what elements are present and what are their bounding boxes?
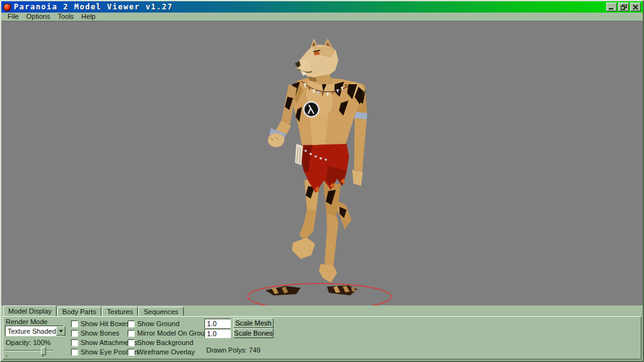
torso bbox=[291, 78, 365, 145]
render-mode-value: Texture Shaded bbox=[6, 327, 56, 335]
tab-body-parts[interactable]: Body Parts bbox=[57, 307, 101, 316]
menu-options[interactable]: Options bbox=[23, 13, 54, 20]
tab-textures[interactable]: Textures bbox=[102, 307, 138, 316]
checkbox-box[interactable] bbox=[71, 339, 78, 346]
checkbox-box[interactable] bbox=[128, 349, 135, 356]
werewolf-model bbox=[268, 38, 367, 283]
checkbox-label: Wireframe Overlay bbox=[137, 348, 195, 356]
checkbox-show-hit-boxes[interactable]: Show Hit Boxes bbox=[71, 320, 130, 327]
scale-bones-input[interactable] bbox=[204, 329, 231, 338]
ground-ellipse bbox=[248, 283, 391, 305]
control-panel: Model Display Body Parts Textures Sequen… bbox=[1, 305, 643, 361]
checkbox-wireframe-overlay[interactable]: Wireframe Overlay bbox=[128, 348, 195, 356]
tab-model-display[interactable]: Model Display bbox=[3, 305, 57, 316]
window-controls bbox=[606, 3, 641, 11]
app-icon bbox=[3, 3, 11, 11]
restore-button[interactable] bbox=[618, 3, 629, 11]
left-arm bbox=[268, 84, 297, 147]
render-mode-dropdown-button[interactable] bbox=[56, 326, 65, 336]
checkbox-label: Show Hit Boxes bbox=[80, 320, 130, 327]
render-mode-label: Render Mode bbox=[6, 318, 48, 326]
chevron-down-icon bbox=[59, 330, 63, 332]
checkbox-box[interactable] bbox=[71, 321, 78, 327]
menu-tools[interactable]: Tools bbox=[54, 13, 78, 20]
scale-bones-button[interactable]: Scale Bones bbox=[233, 328, 274, 338]
scale-mesh-input[interactable] bbox=[204, 319, 231, 328]
window-title: Paranoia 2 Model Viewer v1.27 bbox=[14, 3, 173, 11]
slider-tick bbox=[43, 355, 43, 357]
model-viewport[interactable] bbox=[1, 21, 643, 305]
checkbox-label: Mirror Model On Grounc bbox=[137, 329, 212, 337]
drawn-polys-label: Drawn Polys: 749 bbox=[206, 346, 260, 354]
titlebar[interactable]: Paranoia 2 Model Viewer v1.27 bbox=[1, 1, 643, 13]
opacity-slider-thumb[interactable] bbox=[41, 347, 46, 355]
menu-bar: File Options Tools Help bbox=[1, 13, 643, 21]
model-display-page: Render Mode Texture Shaded Opacity: 100%… bbox=[3, 316, 641, 359]
close-icon bbox=[633, 4, 638, 10]
menu-file[interactable]: File bbox=[4, 13, 23, 20]
slider-tick bbox=[6, 355, 7, 357]
checkbox-box[interactable] bbox=[71, 349, 78, 356]
legs bbox=[292, 180, 341, 283]
opacity-slider[interactable] bbox=[5, 347, 54, 357]
checkbox-label: Show Bones bbox=[80, 329, 119, 337]
checkbox-label: Show Background bbox=[137, 339, 193, 346]
checkbox-show-ground[interactable]: Show Ground bbox=[128, 320, 179, 327]
render-mode-select[interactable]: Texture Shaded bbox=[5, 326, 64, 336]
minimize-button[interactable] bbox=[606, 3, 617, 11]
checkbox-box[interactable] bbox=[71, 330, 78, 337]
checkbox-mirror-model-on-ground[interactable]: Mirror Model On Grounc bbox=[128, 329, 212, 337]
close-button[interactable] bbox=[630, 3, 641, 11]
checkbox-show-bones[interactable]: Show Bones bbox=[71, 329, 119, 337]
checkbox-box[interactable] bbox=[128, 321, 135, 327]
sandal-shadow-right bbox=[327, 285, 357, 295]
checkbox-box[interactable] bbox=[128, 330, 135, 337]
tab-bar: Model Display Body Parts Textures Sequen… bbox=[1, 305, 643, 316]
checkbox-box[interactable] bbox=[128, 339, 135, 346]
lambda-medallion bbox=[304, 102, 319, 117]
menu-help[interactable]: Help bbox=[77, 13, 99, 20]
tab-sequences[interactable]: Sequences bbox=[138, 307, 183, 316]
app-window: Paranoia 2 Model Viewer v1.27 File Optio… bbox=[0, 0, 644, 362]
opacity-label: Opacity: 100% bbox=[6, 339, 51, 346]
model-canvas bbox=[1, 21, 643, 305]
wolf-head bbox=[295, 38, 338, 84]
scale-mesh-button[interactable]: Scale Mesh bbox=[233, 318, 274, 328]
minimize-icon bbox=[609, 4, 614, 9]
checkbox-show-background[interactable]: Show Background bbox=[128, 339, 193, 346]
checkbox-label: Show Ground bbox=[137, 320, 179, 327]
restore-icon bbox=[621, 4, 627, 10]
